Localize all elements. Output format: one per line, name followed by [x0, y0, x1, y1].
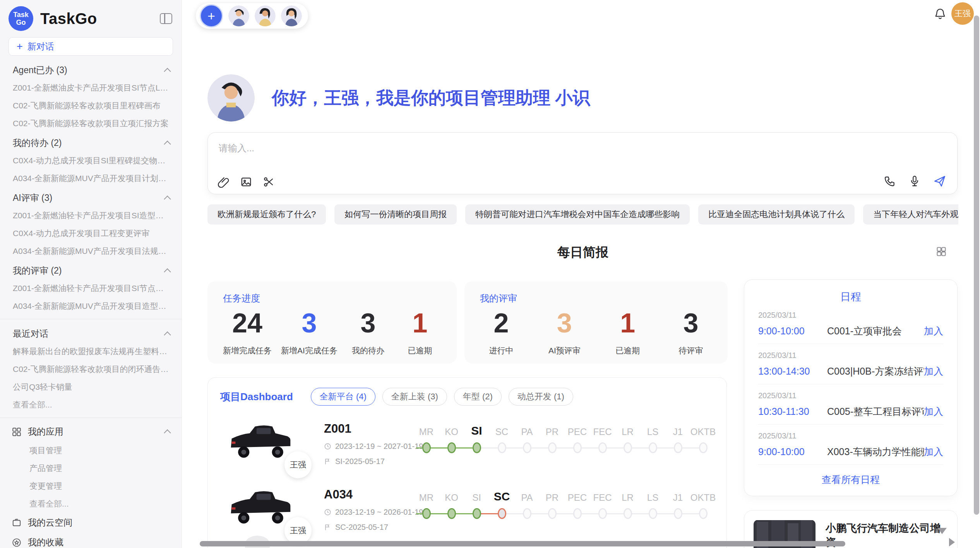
project-image: 王强: [226, 486, 296, 532]
add-session-button[interactable]: +: [200, 4, 223, 27]
milestone-dot: [422, 508, 431, 519]
list-item[interactable]: 解释最新出台的欧盟报废车法规再生塑料比例被调至15%...: [0, 342, 182, 360]
filter-pill[interactable]: 动总开发 (1): [509, 388, 573, 406]
section-ai-review[interactable]: AI评审 (3): [0, 187, 182, 207]
send-icon[interactable]: [933, 175, 946, 188]
sidebar-item-change-mgmt[interactable]: 变更管理: [0, 477, 182, 495]
session-switcher: +: [196, 3, 308, 29]
scroll-down-arrow[interactable]: [937, 528, 947, 534]
chevron-up-icon: [164, 331, 171, 338]
section-recent-chats[interactable]: 最近对话: [0, 323, 182, 342]
flag-icon: [324, 458, 331, 465]
my-review-card: 我的评审 2 进行中 3 AI预评审 1 已逾期 3 待评审: [464, 281, 728, 363]
list-item[interactable]: A034-全新新能源MUV产品开发项目计划变更表编写: [0, 170, 182, 187]
list-item[interactable]: 公司Q3轻卡销量: [0, 378, 182, 396]
cloud-space-icon: [12, 518, 22, 528]
join-button[interactable]: 加入: [924, 365, 943, 378]
stat-label: 已逾期: [399, 345, 441, 356]
list-item[interactable]: C02-飞腾新能源轻客改款项目立项汇报方案: [0, 115, 182, 132]
stat-value: 3: [543, 308, 586, 339]
milestone: OKTB: [690, 421, 716, 453]
microphone-icon[interactable]: [908, 175, 921, 187]
paperclip-icon[interactable]: [218, 176, 230, 188]
stat-value: 2: [480, 308, 523, 339]
view-all-schedule-link[interactable]: 查看所有日程: [758, 465, 943, 495]
assistant-avatar: [207, 74, 255, 122]
stat-label: 待评审: [670, 345, 712, 356]
horizontal-scrollbar[interactable]: [200, 541, 845, 546]
scroll-right-arrow[interactable]: [949, 538, 955, 546]
list-item[interactable]: Z001-全新燃油皮卡产品开发项目SI节点Lesson Learn报告: [0, 79, 182, 97]
my-apps-label: 我的应用: [28, 426, 63, 438]
sidebar-item-favorites[interactable]: 我的收藏: [0, 533, 182, 548]
join-button[interactable]: 加入: [924, 405, 943, 418]
sidebar-collapse-icon[interactable]: [160, 13, 172, 24]
sidebar-item-my-apps[interactable]: 我的应用: [0, 422, 182, 442]
image-icon[interactable]: [240, 176, 252, 188]
sidebar-item-cloud-space[interactable]: 我的云空间: [0, 513, 182, 533]
layout-grid-icon[interactable]: [936, 246, 947, 257]
stat-value: 1: [399, 308, 441, 339]
cloud-space-label: 我的云空间: [28, 517, 72, 529]
avatar[interactable]: [281, 5, 302, 26]
stat-overdue: 1 已逾期: [607, 308, 649, 356]
project-row[interactable]: 王强 A034 2023-12-19 ~ 2026-01-19 SC-2025-…: [220, 486, 714, 532]
milestone-dot: [548, 442, 557, 453]
join-button[interactable]: 加入: [924, 445, 943, 458]
project-flag-date: SI-2025-05-17: [335, 457, 385, 466]
list-item[interactable]: C0X4-动力总成开发项目工程变更评审: [0, 224, 182, 242]
section-label: Agent已办 (3): [13, 64, 67, 76]
milestone-dot: [422, 442, 431, 453]
chat-input[interactable]: [218, 141, 800, 166]
join-button[interactable]: 加入: [924, 325, 943, 337]
dashboard-title: 项目Dashboard: [220, 390, 293, 404]
scissors-icon[interactable]: [263, 176, 274, 188]
new-chat-button[interactable]: + 新对话: [9, 37, 173, 56]
project-dashboard-card: 项目Dashboard 全新平台 (4) 全新上装 (3) 年型 (2) 动总开…: [207, 377, 727, 548]
divider: [0, 319, 182, 319]
user-avatar[interactable]: 王强: [951, 2, 974, 25]
suggestion-chip[interactable]: 比亚迪全固态电池计划具体说了什么: [698, 204, 855, 224]
milestone-dot: [498, 508, 506, 519]
stat-label: 新增AI完成任务: [281, 345, 338, 356]
clock-icon: [324, 443, 331, 450]
filter-pill[interactable]: 全新平台 (4): [311, 388, 375, 406]
schedule-name: C001-立项审批会: [827, 325, 924, 337]
list-item[interactable]: C02-飞腾新能源轻客改款项目里程碑画布: [0, 97, 182, 115]
filter-pill[interactable]: 全新上装 (3): [382, 388, 447, 406]
list-item[interactable]: A034-全新新能源MUV产品开发项目法规符合性评审: [0, 242, 182, 260]
section-agent-done[interactable]: Agent已办 (3): [0, 60, 182, 79]
list-item[interactable]: C02-飞腾新能源轻客改款项目的闭环通告反馈情况: [0, 360, 182, 378]
sidebar-item-project-mgmt[interactable]: 项目管理: [0, 442, 182, 459]
project-row[interactable]: 王强 Z001 2023-12-19 ~ 2027-01-19 SI-2025-…: [220, 420, 714, 466]
recent-view-all[interactable]: 查看全部...: [0, 396, 182, 414]
sidebar-item-product-mgmt[interactable]: 产品管理: [0, 459, 182, 477]
section-my-review[interactable]: 我的评审 (2): [0, 260, 182, 279]
list-item[interactable]: Z001-全新燃油轻卡产品开发项目SI造型提交物评审: [0, 207, 182, 224]
milestone: OKTB: [690, 487, 716, 519]
suggestion-chip[interactable]: 当下年轻人对汽车外观有怎样的喜好趋势: [863, 204, 958, 224]
vertical-scrollbar[interactable]: [974, 15, 979, 515]
suggestion-chip[interactable]: 如何写一份清晰的项目周报: [334, 204, 457, 224]
filter-pill[interactable]: 年型 (2): [454, 388, 502, 406]
favorites-label: 我的收藏: [28, 536, 63, 548]
avatar[interactable]: [255, 5, 276, 26]
phone-icon[interactable]: [884, 175, 896, 187]
suggestion-chip[interactable]: 特朗普可能对进口汽车增税会对中国车企造成哪些影响: [465, 204, 690, 224]
list-item[interactable]: Z001-全新燃油轻卡产品开发项目SI节点属性5D文件评审: [0, 279, 182, 297]
schedule-item: 2025/03/11 9:00-10:00 X003-车辆动力学性能验... 加…: [758, 425, 943, 465]
apps-view-all[interactable]: 查看全部...: [0, 495, 182, 513]
chevron-up-icon: [164, 140, 171, 147]
notification-bell-icon[interactable]: [934, 7, 947, 20]
logo-line1: Task: [13, 11, 29, 19]
list-item[interactable]: A034-全新新能源MUV产品开发项目造型可行性评审: [0, 297, 182, 315]
section-my-todo[interactable]: 我的待办 (2): [0, 132, 182, 152]
section-label: 我的评审 (2): [13, 265, 62, 277]
stat-label: AI预评审: [543, 345, 586, 356]
avatar[interactable]: [228, 5, 249, 26]
suggestion-chip[interactable]: 欧洲新规最近颁布了什么?: [207, 204, 326, 224]
list-item[interactable]: C0X4-动力总成开发项目SI里程碑提交物检查: [0, 152, 182, 170]
schedule-time: 9:00-10:00: [758, 325, 827, 337]
stat-new-ai-done: 3 新增AI完成任务: [281, 308, 338, 356]
composer-actions: [884, 175, 946, 188]
